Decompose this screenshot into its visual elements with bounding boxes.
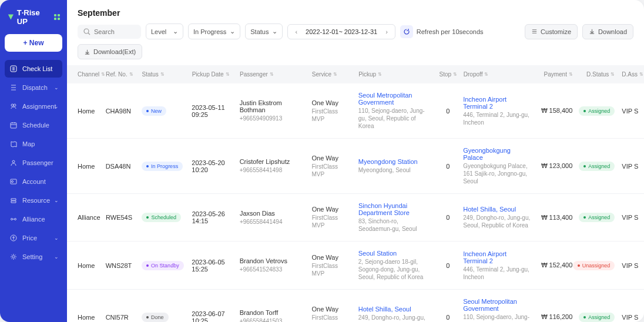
sidebar-item-label: Resource: [22, 197, 50, 204]
sidebar-item-schedule[interactable]: Schedule: [5, 116, 62, 134]
assignment-icon: [9, 102, 18, 110]
cell-dropoff: Seoul Metropolitan Government110, Sejong…: [459, 298, 535, 322]
cell-dstatus: Assigned: [576, 298, 618, 322]
status-label: Status: [250, 28, 269, 35]
refresh-button[interactable]: [400, 25, 413, 38]
sidebar-item-alliance[interactable]: Alliance: [5, 210, 62, 228]
level-dropdown[interactable]: Level ⌄: [146, 24, 183, 39]
date-range-picker[interactable]: ‹ 2022-12-01~ 2023-12-31 ›: [287, 24, 395, 39]
search-icon: [83, 28, 90, 35]
column-header[interactable]: Service⇅: [308, 71, 355, 78]
sidebar-item-passenger[interactable]: Passenger: [5, 154, 62, 172]
chevron-down-icon: ⌄: [54, 103, 59, 109]
sidebar-item-label: Dispatch: [22, 84, 48, 91]
column-header[interactable]: Passenger⇅: [236, 71, 308, 78]
date-prev-button[interactable]: ‹: [291, 27, 301, 36]
table-row[interactable]: Home CHA98N New 2023-05-1109:25 Justin E…: [67, 83, 644, 139]
column-header[interactable]: Payment⇅: [536, 71, 576, 78]
cell-dstatus: Assigned: [576, 147, 618, 185]
table-row[interactable]: Home DSA48N In Progress 2023-05-2010:20 …: [67, 139, 644, 194]
column-header[interactable]: Channel⇅: [67, 71, 102, 78]
column-header[interactable]: Status⇅: [138, 71, 188, 78]
column-header[interactable]: D.Ass⇅: [618, 71, 644, 78]
table-row[interactable]: Home WNS28T On Standby 2023-06-0515:25 B…: [67, 242, 644, 290]
chevron-down-icon: ⌄: [54, 254, 59, 260]
column-header[interactable]: Ref. No.⇅: [102, 71, 138, 78]
cell-date: 2023-05-2614:15: [189, 202, 236, 233]
price-icon: [9, 234, 18, 242]
table-row[interactable]: Alliance RWE54S Scheduled 2023-05-2614:1…: [67, 194, 644, 242]
sidebar-item-resource[interactable]: Resource⌄: [5, 192, 62, 209]
column-label: Payment: [544, 71, 567, 78]
cell-channel: Alliance: [67, 202, 102, 233]
chevron-down-icon: ⌄: [54, 85, 59, 90]
cell-dropoff: Incheon Airport Terminal 2446, Terminal …: [459, 250, 535, 281]
cell-passenger: Justin Ekstrom Bothman+966594909913: [236, 92, 308, 130]
column-header[interactable]: Dropoff⇅: [460, 71, 536, 78]
cell-pickup: Hotel Shilla, Seoul249, Dongho-ro, Jung-…: [355, 298, 437, 322]
status-badge: Scheduled: [142, 213, 181, 222]
table[interactable]: Channel⇅Ref. No.⇅Status⇅Pickup Date⇅Pass…: [67, 65, 644, 322]
svg-point-2: [14, 104, 16, 106]
new-button[interactable]: + New: [5, 34, 62, 52]
sort-icon: ⇅: [611, 72, 615, 77]
status-badge: New: [142, 106, 166, 116]
header: September Level ⌄ In Progress ⌄ Status ⌄: [67, 0, 644, 65]
account-icon: [9, 177, 18, 186]
apps-icon: [54, 14, 60, 20]
cell-dropoff: Gyeongbokgung PalaceGyeongbokgung Palace…: [459, 147, 535, 185]
table-body: Home CHA98N New 2023-05-1109:25 Justin E…: [67, 83, 644, 322]
column-label: Pickup Date: [192, 71, 224, 78]
cell-date: 2023-06-0710:25: [188, 298, 236, 322]
sidebar-item-account[interactable]: Account: [5, 173, 62, 190]
search-input[interactable]: [94, 28, 129, 35]
column-label: Service: [312, 71, 331, 78]
column-header[interactable]: Stop⇅: [437, 71, 460, 78]
brand-name: T·Rise UP: [17, 8, 49, 26]
column-label: Ref. No.: [106, 71, 128, 78]
page-title: September: [78, 8, 633, 18]
toolbar: Level ⌄ In Progress ⌄ Status ⌄ ‹ 2022-12…: [78, 24, 633, 59]
sidebar-item-setting[interactable]: Setting⌄: [5, 248, 62, 266]
dstatus-badge: Assigned: [579, 162, 615, 171]
search-input-wrap[interactable]: [78, 25, 141, 39]
cell-status: On Standby: [138, 250, 188, 281]
table-row[interactable]: Home CNI57R Done 2023-06-0710:25 Brandon…: [67, 290, 644, 322]
status-badge: On Standby: [142, 261, 184, 270]
svg-rect-3: [11, 123, 16, 128]
progress-label: In Progress: [193, 28, 226, 35]
cell-date: 2023-05-2010:20: [188, 147, 236, 185]
svg-point-1: [11, 104, 14, 106]
date-next-button[interactable]: ›: [382, 27, 391, 36]
cell-service: One WayFirstClass MVP: [308, 298, 354, 322]
column-label: Status: [142, 71, 158, 78]
svg-point-4: [12, 160, 15, 163]
cell-status: In Progress: [138, 147, 188, 185]
chevron-down-icon: ⌄: [272, 28, 277, 35]
status-badge: Done: [142, 313, 169, 322]
column-label: D.Ass: [622, 71, 638, 78]
sidebar-item-assignment[interactable]: Assignment⌄: [5, 98, 62, 115]
column-header[interactable]: D.Status⇅: [576, 71, 618, 78]
sidebar-item-check-list[interactable]: Check List: [5, 60, 62, 78]
column-label: D.Status: [586, 71, 609, 78]
status-badge: In Progress: [142, 162, 183, 171]
download-ext-button[interactable]: Download(Ext): [78, 44, 142, 59]
cell-channel: Home: [67, 147, 102, 185]
sidebar-item-price[interactable]: Price⌄: [5, 229, 62, 247]
customize-button[interactable]: Customize: [525, 24, 578, 39]
map-icon: [9, 140, 18, 148]
cell-dass: VIP S: [618, 298, 644, 322]
progress-dropdown[interactable]: In Progress ⌄: [188, 24, 240, 39]
cell-stop: 0: [436, 250, 459, 281]
svg-point-8: [15, 219, 16, 220]
sidebar-item-map[interactable]: Map: [5, 135, 62, 153]
sidebar-item-dispatch[interactable]: Dispatch⌄: [5, 79, 62, 96]
column-header[interactable]: Pickup Date⇅: [189, 71, 236, 78]
cell-ref: WNS28T: [102, 250, 138, 281]
cell-passenger: Jaxson Dias+966558441494: [236, 202, 308, 233]
download-button[interactable]: Download: [582, 24, 633, 39]
status-dropdown[interactable]: Status ⌄: [245, 24, 283, 39]
cell-payment: ₩ 116,200: [535, 298, 576, 322]
column-header[interactable]: Pickup⇅: [355, 71, 437, 78]
